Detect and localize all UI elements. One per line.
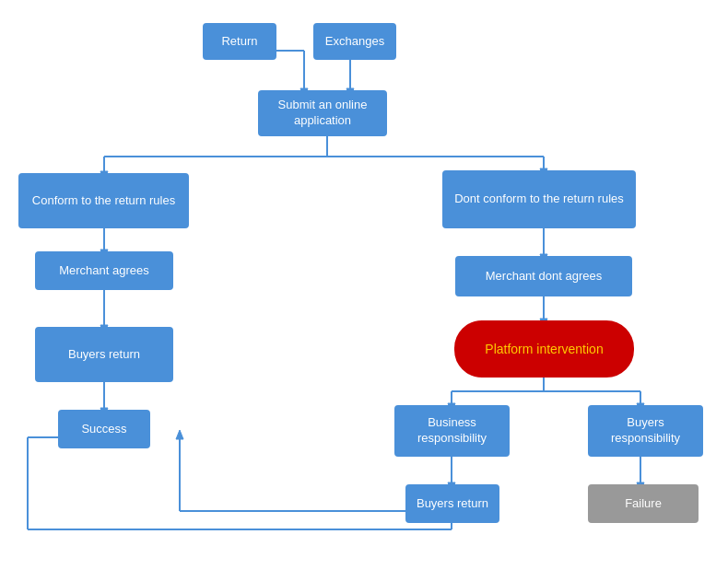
platform-node: Platform intervention xyxy=(454,320,634,378)
failure-node: Failure xyxy=(588,484,699,523)
merchant-dont-node: Merchant dont agrees xyxy=(455,256,632,296)
svg-marker-43 xyxy=(176,430,183,439)
dont-conform-node: Dont conform to the return rules xyxy=(442,170,636,228)
conform-node: Conform to the return rules xyxy=(18,173,189,228)
business-resp-node: Business responsibility xyxy=(394,405,510,457)
buyers-return-right-node: Buyers return xyxy=(405,484,499,523)
return-node: Return xyxy=(203,23,276,60)
buyers-return-left-node: Buyers return xyxy=(35,327,173,382)
success-node: Success xyxy=(58,410,150,448)
exchanges-node: Exchanges xyxy=(313,23,396,60)
buyers-resp-node: Buyers responsibility xyxy=(588,405,703,457)
submit-node: Submit an online application xyxy=(258,90,387,136)
merchant-agrees-node: Merchant agrees xyxy=(35,251,173,290)
flowchart: Return Exchanges Submit an online applic… xyxy=(0,0,728,581)
